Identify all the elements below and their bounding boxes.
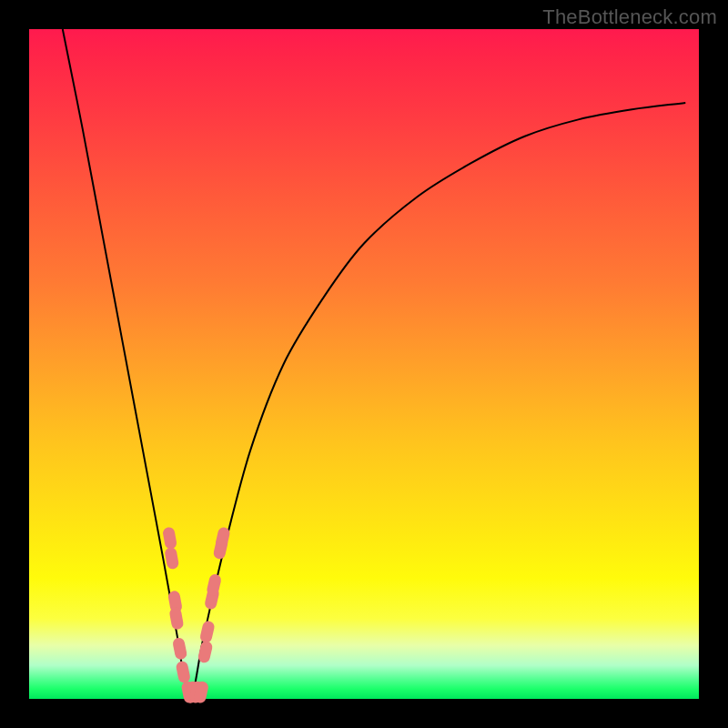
data-marker bbox=[206, 573, 222, 597]
data-marker bbox=[199, 620, 216, 643]
data-marker bbox=[176, 661, 191, 684]
data-marker bbox=[172, 637, 187, 661]
data-marker bbox=[164, 546, 179, 570]
bottleneck-curve bbox=[63, 29, 685, 699]
data-marker bbox=[162, 526, 177, 550]
data-marker bbox=[168, 607, 184, 631]
chart-frame: TheBottleneck.com bbox=[0, 0, 728, 728]
data-marker bbox=[215, 526, 231, 550]
watermark-text: TheBottleneck.com bbox=[542, 5, 717, 29]
chart-svg bbox=[29, 29, 699, 699]
plot-area bbox=[29, 29, 699, 699]
data-marker bbox=[197, 640, 214, 663]
